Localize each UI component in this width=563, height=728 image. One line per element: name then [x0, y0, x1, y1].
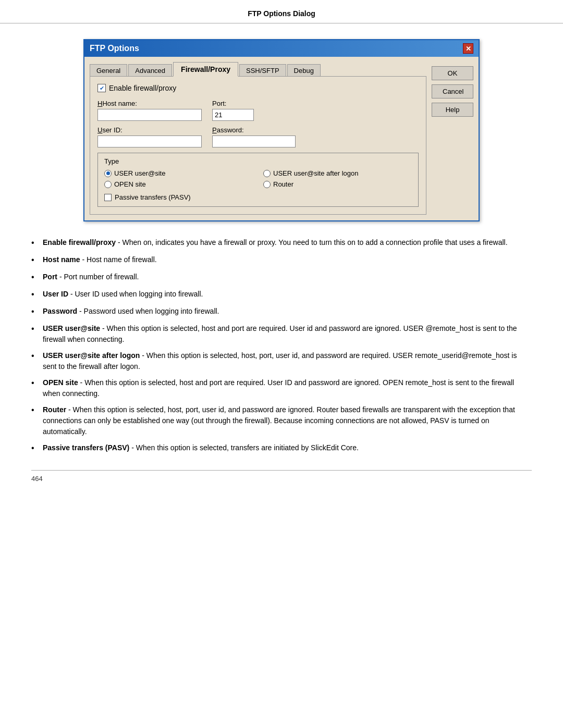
bullet-user-at-site: • USER user@site - When this option is s…: [31, 323, 532, 345]
bullet-passive-desc: - When this option is selected, transfer…: [129, 443, 359, 452]
tab-advanced[interactable]: Advanced: [128, 64, 172, 77]
tab-firewall[interactable]: Firewall/Proxy: [173, 62, 238, 77]
radio-router-label: Router: [273, 180, 293, 188]
bullet-dot: •: [31, 271, 41, 283]
tab-ssh[interactable]: SSH/SFTP: [239, 64, 286, 77]
bullet-router: • Router - When this option is selected,…: [31, 404, 532, 437]
bullet-enable-desc: - When on, indicates you have a firewall…: [116, 238, 508, 246]
bullet-enable: • Enable firewall/proxy - When on, indic…: [31, 237, 532, 249]
radio-open-site-indicator: [104, 181, 112, 188]
bullet-hostname-desc: - Host name of firewall.: [80, 255, 157, 264]
tab-debug[interactable]: Debug: [287, 64, 321, 77]
bullet-open-site-text: OPEN site - When this option is selected…: [43, 377, 532, 399]
bullet-dot: •: [31, 323, 41, 335]
bullet-open-site: • OPEN site - When this option is select…: [31, 377, 532, 399]
bullet-user-at-site-term: USER user@site: [43, 324, 100, 332]
radio-user-at-site[interactable]: USER user@site: [104, 169, 253, 177]
bullet-port: • Port - Port number of firewall.: [31, 272, 532, 283]
bullet-user-at-site-desc: - When this option is selected, host and…: [43, 324, 517, 343]
ftp-options-dialog: FTP Options ✕ General Advanced Firewall/…: [83, 39, 480, 221]
bullets-section: • Enable firewall/proxy - When on, indic…: [31, 237, 532, 454]
enable-firewall-label: Enable firewall/proxy: [109, 84, 176, 92]
tab-panel: General Advanced Firewall/Proxy SSH/SFTP…: [90, 62, 426, 215]
bullet-open-site-desc: - When this option is selected, host and…: [43, 378, 514, 398]
bullet-userid-term: User ID: [43, 290, 68, 298]
host-name-input[interactable]: [97, 109, 202, 121]
bullet-port-desc: - Port number of firewall.: [57, 273, 139, 281]
type-group-label: Type: [104, 157, 412, 165]
radio-open-site[interactable]: OPEN site: [104, 180, 253, 188]
bullet-router-text: Router - When this option is selected, h…: [43, 404, 532, 437]
tab-general[interactable]: General: [90, 64, 127, 77]
password-group: Password:: [212, 126, 296, 147]
radio-user-at-site-after-label: USER user@site after logon: [273, 169, 359, 177]
close-button[interactable]: ✕: [463, 43, 473, 54]
dialog-titlebar: FTP Options ✕: [84, 40, 479, 57]
radio-grid: USER user@site USER user@site after logo…: [104, 169, 412, 188]
bullet-user-at-site-after-text: USER user@site after logon - When this o…: [43, 350, 532, 372]
bullet-port-text: Port - Port number of firewall.: [43, 272, 139, 282]
radio-user-at-site-indicator: [104, 170, 112, 177]
tab-content: ✔ Enable firewall/proxy HHost name: Port: [90, 76, 426, 215]
page-title: FTP Options Dialog: [0, 0, 563, 23]
port-group: Port:: [212, 100, 254, 121]
bullet-dot: •: [31, 404, 41, 416]
host-port-row: HHost name: Port:: [97, 100, 419, 121]
port-input[interactable]: [212, 109, 254, 121]
password-input[interactable]: [212, 135, 296, 147]
passive-checkbox[interactable]: [104, 194, 112, 201]
bullet-password-text: Password - Password used when logging in…: [43, 306, 219, 317]
bullet-password-term: Password: [43, 307, 77, 315]
bullet-dot: •: [31, 288, 41, 301]
type-group: Type USER user@site USER user@site after…: [97, 153, 419, 207]
bullet-dot: •: [31, 254, 41, 266]
cancel-button[interactable]: Cancel: [432, 84, 473, 98]
bullet-port-term: Port: [43, 273, 57, 281]
radio-router-indicator: [263, 181, 271, 188]
tabs-row: General Advanced Firewall/Proxy SSH/SFTP…: [90, 62, 426, 77]
bullet-passive-term: Passive transfers (PASV): [43, 443, 129, 452]
bullet-hostname-text: Host name - Host name of firewall.: [43, 254, 157, 265]
passive-row: Passive transfers (PASV): [104, 193, 412, 201]
radio-open-site-label: OPEN site: [114, 180, 146, 188]
user-id-input[interactable]: [97, 135, 202, 147]
bullet-hostname: • Host name - Host name of firewall.: [31, 254, 532, 266]
bullet-dot: •: [31, 237, 41, 249]
bullet-dot: •: [31, 305, 41, 318]
dialog-title: FTP Options: [90, 44, 139, 53]
page-number: 464: [31, 470, 532, 483]
userid-password-row: User ID: Password:: [97, 126, 419, 147]
user-id-label: User ID:: [97, 126, 202, 134]
bullet-userid-text: User ID - User ID used when logging into…: [43, 289, 203, 300]
bullet-enable-term: Enable firewall/proxy: [43, 238, 116, 246]
bullet-user-at-site-after: • USER user@site after logon - When this…: [31, 350, 532, 372]
radio-router[interactable]: Router: [263, 180, 412, 188]
bullet-userid: • User ID - User ID used when logging in…: [31, 289, 532, 301]
ok-button[interactable]: OK: [432, 66, 473, 80]
bullet-open-site-term: OPEN site: [43, 378, 78, 387]
bullet-password: • Password - Password used when logging …: [31, 306, 532, 318]
bullet-password-desc: - Password used when logging into firewa…: [77, 307, 219, 315]
port-label: Port:: [212, 100, 254, 107]
bullet-passive: • Passive transfers (PASV) - When this o…: [31, 442, 532, 454]
bullet-user-at-site-after-term: USER user@site after logon: [43, 351, 140, 360]
dialog-buttons: OK Cancel Help: [432, 62, 473, 215]
bullet-passive-text: Passive transfers (PASV) - When this opt…: [43, 442, 359, 453]
user-id-group: User ID:: [97, 126, 202, 147]
bullet-dot: •: [31, 442, 41, 454]
dialog-body: General Advanced Firewall/Proxy SSH/SFTP…: [84, 57, 479, 220]
enable-firewall-row: ✔ Enable firewall/proxy: [97, 84, 419, 92]
bullet-user-at-site-text: USER user@site - When this option is sel…: [43, 323, 532, 345]
radio-user-at-site-after[interactable]: USER user@site after logon: [263, 169, 412, 177]
bullet-hostname-term: Host name: [43, 255, 80, 264]
help-button[interactable]: Help: [432, 103, 473, 117]
radio-user-at-site-after-indicator: [263, 170, 271, 177]
bullet-enable-text: Enable firewall/proxy - When on, indicat…: [43, 237, 508, 248]
bullet-router-desc: - When this option is selected, host, po…: [43, 405, 515, 436]
enable-firewall-checkbox[interactable]: ✔: [97, 84, 106, 92]
bullet-dot: •: [31, 350, 41, 362]
host-name-label: HHost name:: [97, 100, 202, 107]
radio-user-at-site-label: USER user@site: [114, 169, 165, 177]
passive-label: Passive transfers (PASV): [115, 193, 191, 201]
password-label: Password:: [212, 126, 296, 134]
